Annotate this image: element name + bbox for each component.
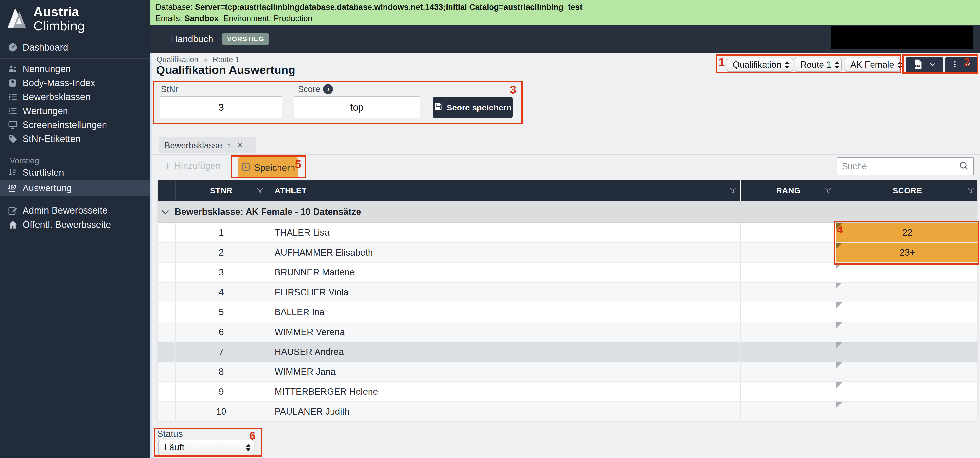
qualifikation-select[interactable]: Qualifikation <box>727 58 793 72</box>
column-header-athlet[interactable]: ATHLET <box>267 180 740 201</box>
table-row[interactable]: 5 BALLER Ina <box>158 302 977 322</box>
row-rang-cell <box>740 362 836 382</box>
collapse-chevron-icon[interactable] <box>162 207 169 214</box>
row-expand-cell <box>158 262 175 282</box>
row-stnr-cell: 5 <box>175 302 267 322</box>
table-row[interactable]: 2 AUFHAMMER Elisabeth 23+ <box>158 243 977 262</box>
more-actions-button[interactable] <box>945 57 978 72</box>
row-athlet-cell: MITTERBERGER Helene <box>267 382 740 401</box>
sidebar-item-label: StNr-Etiketten <box>22 134 81 144</box>
score-label: Score i <box>298 84 333 94</box>
sidebar-item-admin-bewerbsseite[interactable]: Admin Bewerbsseite <box>0 203 150 218</box>
pdf-export-button[interactable]: PDF <box>906 57 943 72</box>
download-icon <box>241 162 251 174</box>
search-icon[interactable] <box>959 161 969 172</box>
row-expand-cell <box>158 402 175 421</box>
table-row[interactable]: 3 BRUNNER Marlene <box>158 262 977 283</box>
row-rang-cell <box>740 322 836 342</box>
environment-label: Environment: <box>224 14 271 23</box>
sidebar-item-nennungen[interactable]: Nennungen <box>0 62 150 76</box>
sidebar-item-stnr-etiketten[interactable]: StNr-Etiketten <box>0 132 150 146</box>
group-header-row[interactable]: Bewerbsklasse: AK Female - 10 Datensätze <box>158 201 977 223</box>
row-athlet-cell: BRUNNER Marlene <box>267 262 740 282</box>
table-row[interactable]: 7 HAUSER Andrea <box>158 342 977 362</box>
status-select[interactable]: Läuft <box>158 440 255 455</box>
handbuch-link[interactable]: Handbuch <box>171 34 213 45</box>
sidebar-item-screeneinstellungen[interactable]: Screeneinstellungen <box>0 118 150 132</box>
row-score-cell[interactable] <box>836 342 978 361</box>
filter-icon[interactable] <box>729 186 737 195</box>
austria-climbing-logo-icon <box>6 7 30 30</box>
table-row[interactable]: 9 MITTERBERGER Helene <box>158 382 977 402</box>
route-select[interactable]: Route 1 <box>794 58 842 72</box>
qualifikation-select-value: Qualifikation <box>733 60 781 70</box>
row-stnr-cell: 7 <box>175 342 267 361</box>
stnr-label: StNr <box>161 84 178 94</box>
stepper-arrows-icon <box>835 61 840 69</box>
list-icon <box>7 92 18 102</box>
svg-text:100: 100 <box>8 184 16 189</box>
sidebar-item-bewerbsklassen[interactable]: Bewerbsklassen <box>0 90 150 104</box>
row-score-cell[interactable] <box>836 362 978 382</box>
score-input[interactable] <box>294 97 420 118</box>
divider <box>150 154 980 155</box>
filter-icon[interactable] <box>824 186 832 195</box>
search-input[interactable] <box>842 161 959 172</box>
row-stnr-cell: 1 <box>175 223 267 242</box>
row-stnr-cell: 4 <box>175 283 267 302</box>
chevron-down-icon <box>928 60 937 70</box>
row-rang-cell <box>740 342 836 361</box>
bewerbsklasse-select[interactable]: AK Female <box>845 58 900 72</box>
screen-icon <box>7 120 18 130</box>
row-score-cell[interactable] <box>836 382 978 401</box>
table-row[interactable]: 10 PAULANER Judith <box>158 402 977 422</box>
results-grid: STNR ATHLET RANG <box>157 180 978 422</box>
sidebar-item-wertungen[interactable]: Wertungen <box>0 104 150 118</box>
info-icon[interactable]: i <box>323 84 333 94</box>
banner-database-line: Database:Server=tcp:austriaclimbingdatab… <box>156 2 980 13</box>
breadcrumb-route[interactable]: Route 1 <box>213 55 239 64</box>
table-row[interactable]: 8 WIMMER Jana <box>158 362 977 382</box>
sort-ascending-icon[interactable]: ↑ <box>227 140 231 151</box>
column-header-rang[interactable]: RANG <box>740 180 836 201</box>
sidebar-item-body-mass-index[interactable]: Body-Mass-Index <box>0 76 150 90</box>
row-rang-cell <box>740 243 836 262</box>
speichern-button[interactable]: Speichern <box>237 157 298 178</box>
row-score-cell[interactable]: 22 <box>836 223 978 242</box>
table-row[interactable]: 1 THALER Lisa 22 <box>158 223 977 243</box>
group-chip-bewerbsklasse[interactable]: Bewerbsklasse ↑ ✕ <box>159 137 256 153</box>
column-header-score[interactable]: SCORE <box>836 180 978 201</box>
row-rang-cell <box>740 283 836 302</box>
filter-icon[interactable] <box>967 186 975 195</box>
hinzufuegen-button[interactable]: + Hinzufügen <box>164 161 220 171</box>
emails-label: Emails: <box>156 14 182 23</box>
stepper-arrows-icon <box>897 61 902 69</box>
row-score-cell[interactable] <box>836 322 978 342</box>
row-score-cell[interactable] <box>836 402 978 421</box>
sidebar-item-oeffentl-bewerbsseite[interactable]: Öffentl. Bewerbsseite <box>0 218 150 232</box>
score-speichern-button[interactable]: Score speichern <box>433 97 512 118</box>
row-athlet-cell: PAULANER Judith <box>267 402 740 421</box>
search-box <box>837 157 974 175</box>
row-score-cell[interactable]: 23+ <box>836 243 978 262</box>
sidebar-item-label: Öffentl. Bewerbsseite <box>22 219 111 230</box>
table-row[interactable]: 6 WIMMER Verena <box>158 322 977 342</box>
panel-edge <box>150 53 152 458</box>
sidebar-item-label: Startlisten <box>22 167 64 178</box>
row-score-cell[interactable] <box>836 302 978 322</box>
row-score-cell[interactable] <box>836 262 978 282</box>
filter-icon[interactable] <box>256 186 264 195</box>
sidebar-item-startlisten[interactable]: Startlisten <box>0 165 150 180</box>
sidebar-item-auswertung[interactable]: 100 Auswertung <box>0 180 150 196</box>
row-score-cell[interactable] <box>836 283 978 302</box>
status-select-value: Läuft <box>164 442 242 453</box>
sidebar-item-label: Body-Mass-Index <box>22 78 95 88</box>
table-row[interactable]: 4 FLIRSCHER Viola <box>158 283 977 302</box>
remove-group-icon[interactable]: ✕ <box>236 140 243 151</box>
stnr-input[interactable] <box>160 97 282 118</box>
column-header-stnr[interactable]: STNR <box>175 180 267 201</box>
sidebar-item-label: Screeneinstellungen <box>22 120 107 130</box>
breadcrumb-qualifikation[interactable]: Qualifikation <box>156 55 199 64</box>
sidebar-item-dashboard[interactable]: Dashboard <box>0 40 150 54</box>
sidebar-item-label: Dashboard <box>22 42 68 53</box>
